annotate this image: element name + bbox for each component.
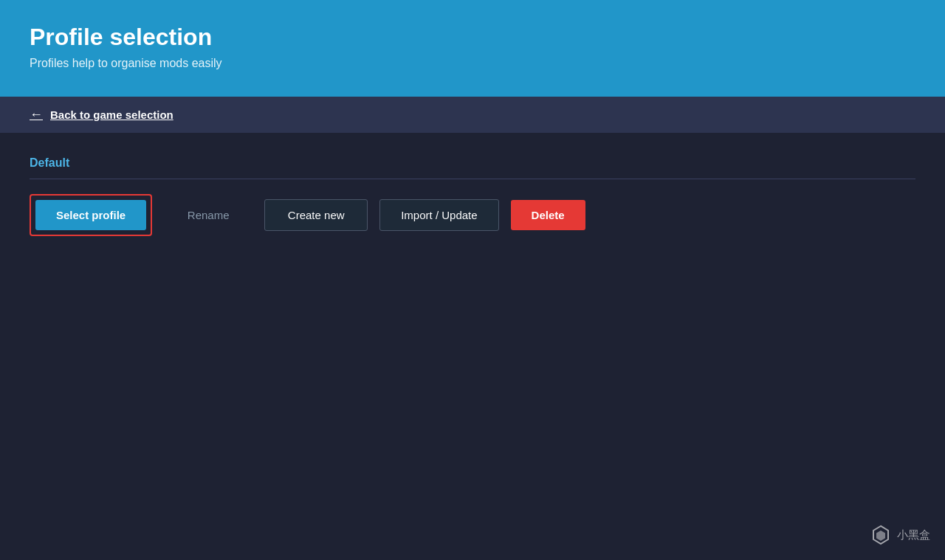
back-arrow-icon: ←	[30, 107, 43, 122]
rename-button[interactable]: Rename	[164, 200, 252, 230]
import-update-button[interactable]: Import / Update	[379, 199, 498, 231]
create-new-button[interactable]: Create new	[264, 199, 368, 231]
select-profile-highlight: Select profile	[30, 194, 152, 236]
back-link-label: Back to game selection	[50, 108, 173, 121]
select-profile-button[interactable]: Select profile	[35, 200, 146, 230]
delete-button[interactable]: Delete	[511, 200, 585, 230]
watermark-text: 小黑盒	[897, 528, 930, 542]
main-content: Default Select profile Rename Create new…	[0, 133, 945, 260]
profile-section-label: Default	[30, 156, 915, 170]
page-subtitle: Profiles help to organise mods easily	[30, 57, 915, 70]
header-section: Profile selection Profiles help to organ…	[0, 0, 945, 97]
back-to-game-selection-link[interactable]: ← Back to game selection	[30, 107, 173, 122]
profile-row: Select profile Rename Create new Import …	[30, 194, 915, 236]
profile-divider	[30, 179, 915, 179]
page-title: Profile selection	[30, 24, 915, 51]
watermark-icon	[870, 525, 891, 545]
watermark: 小黑盒	[870, 525, 930, 545]
nav-bar: ← Back to game selection	[0, 97, 945, 133]
